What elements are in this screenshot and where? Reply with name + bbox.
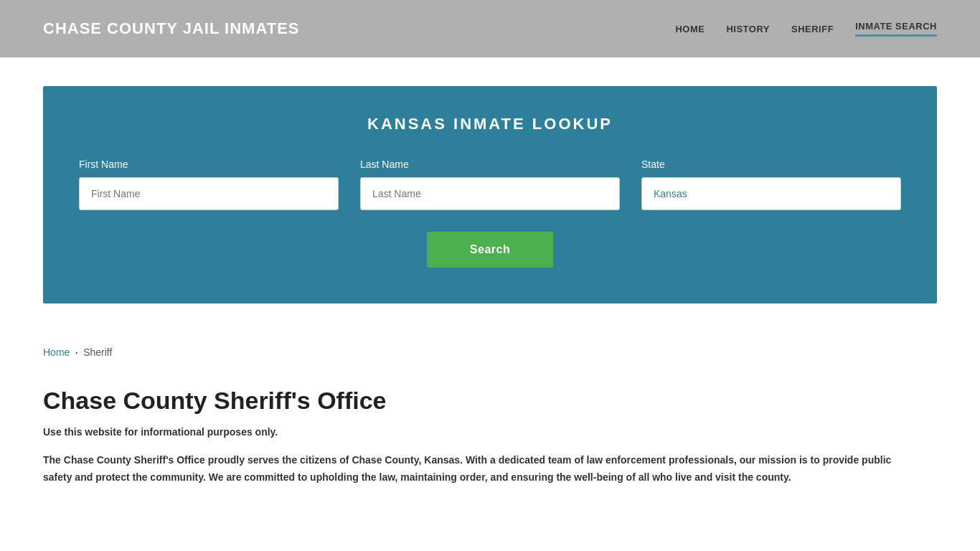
last-name-input[interactable] <box>360 177 620 210</box>
nav-history[interactable]: HISTORY <box>726 24 770 34</box>
site-header: CHASE COUNTY JAIL INMATES HOME HISTORY S… <box>0 0 980 57</box>
search-fields: First Name Last Name State <box>79 159 901 210</box>
nav-home[interactable]: HOME <box>675 24 705 34</box>
search-section: KANSAS INMATE LOOKUP First Name Last Nam… <box>43 86 937 303</box>
nav-sheriff[interactable]: SHERIFF <box>791 24 834 34</box>
main-content: Chase County Sheriff's Office Use this w… <box>0 372 980 515</box>
page-title: Chase County Sheriff's Office <box>43 387 937 415</box>
state-group: State <box>641 159 901 210</box>
nav-inmate-search[interactable]: INMATE SEARCH <box>855 21 937 37</box>
state-label: State <box>641 159 901 170</box>
site-title: CHASE COUNTY JAIL INMATES <box>43 19 299 38</box>
first-name-input[interactable] <box>79 177 339 210</box>
last-name-label: Last Name <box>360 159 620 170</box>
search-btn-wrapper: Search <box>79 232 901 268</box>
first-name-label: First Name <box>79 159 339 170</box>
search-button[interactable]: Search <box>427 232 553 268</box>
breadcrumb-home[interactable]: Home <box>43 347 70 358</box>
breadcrumb-current: Sheriff <box>83 347 112 358</box>
content-description: The Chase County Sheriff's Office proudl… <box>43 452 904 486</box>
breadcrumb-separator: • <box>75 349 77 356</box>
last-name-group: Last Name <box>360 159 620 210</box>
first-name-group: First Name <box>79 159 339 210</box>
breadcrumb: Home • Sheriff <box>0 332 980 372</box>
content-subtitle: Use this website for informational purpo… <box>43 426 937 438</box>
main-nav: HOME HISTORY SHERIFF INMATE SEARCH <box>675 21 937 37</box>
search-title: KANSAS INMATE LOOKUP <box>79 115 901 133</box>
state-input[interactable] <box>641 177 901 210</box>
